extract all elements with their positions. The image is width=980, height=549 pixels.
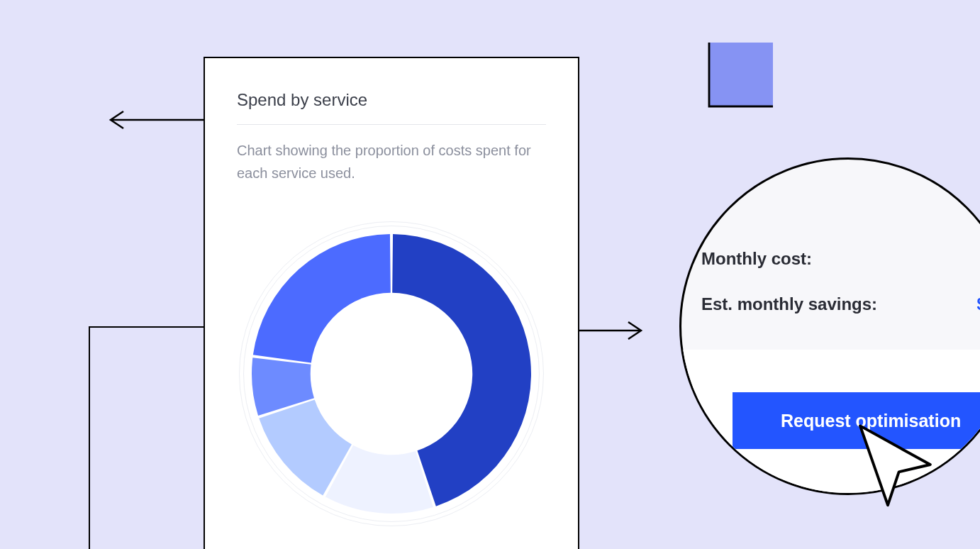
cursor-pointer-icon bbox=[851, 418, 943, 511]
donut-chart bbox=[239, 221, 544, 526]
connector-line-bottom-left bbox=[89, 326, 204, 549]
spend-by-service-card: Spend by service Chart showing the propo… bbox=[204, 57, 579, 549]
savings-label: Est. monthly savings: bbox=[701, 294, 877, 314]
pacman-shape-icon bbox=[645, 43, 773, 170]
savings-value: $121 bbox=[977, 294, 980, 314]
card-description: Chart showing the proportion of costs sp… bbox=[237, 139, 546, 184]
savings-row: Est. monthly savings: $121 bbox=[701, 282, 980, 327]
card-title: Spend by service bbox=[237, 90, 546, 125]
monthly-cost-row: Monthly cost: $58 bbox=[701, 236, 980, 282]
arrow-left-icon bbox=[105, 110, 204, 130]
donut-segment bbox=[253, 234, 391, 362]
arrow-right-icon bbox=[579, 321, 647, 340]
monthly-cost-label: Monthly cost: bbox=[701, 249, 812, 269]
